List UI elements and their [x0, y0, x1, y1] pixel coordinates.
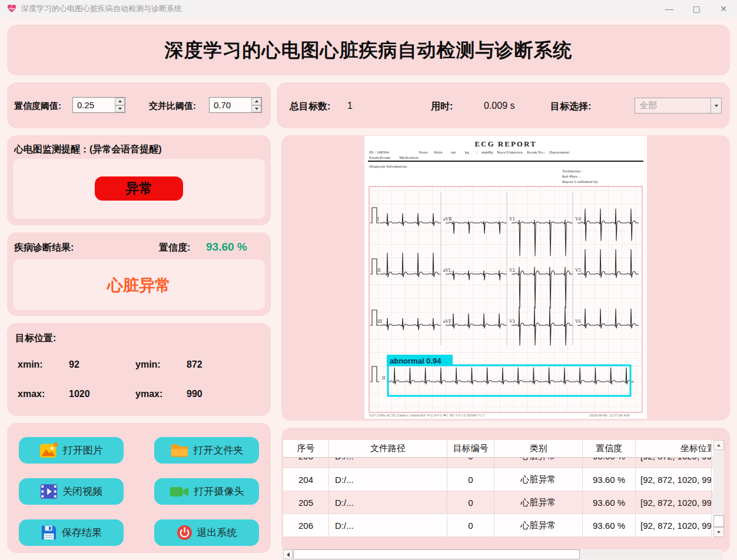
xmin-label: xmin:: [18, 359, 43, 370]
power-icon: [177, 525, 192, 541]
target-position-panel: 目标位置: xmin: 92 ymin: 872 xmax: 1020 ymax…: [7, 323, 271, 416]
image-icon: [39, 442, 58, 458]
iou-threshold-label: 交并比阈值:: [149, 101, 196, 112]
header-class: 类别: [494, 440, 583, 457]
confidence-threshold-spinbox: [72, 97, 125, 113]
header-filepath: 文件路径: [329, 440, 447, 457]
open-camera-button[interactable]: 打开摄像头: [154, 478, 259, 505]
open-folder-button[interactable]: 打开文件夹: [154, 437, 259, 464]
video-film-icon: [40, 484, 58, 499]
svg-text:V2: V2: [509, 268, 515, 273]
header-index: 序号: [283, 440, 329, 457]
abnormal-status-badge: 异常: [95, 176, 183, 201]
page-title: 深度学习的心电图心脏疾病自动检测与诊断系统: [7, 38, 730, 64]
svg-text:II: II: [382, 375, 386, 381]
total-targets-label: 总目标数:: [290, 101, 330, 113]
confidence-threshold-label: 置信度阈值:: [14, 101, 61, 112]
dropdown-arrow-icon[interactable]: [711, 98, 721, 113]
horizontal-scroll-thumb[interactable]: [293, 549, 580, 559]
window-title: 深度学习的心电图心脏疾病自动检测与诊断系统: [21, 4, 182, 14]
target-select-value: 全部: [635, 100, 711, 111]
horizontal-scrollbar[interactable]: [283, 549, 722, 559]
threshold-settings-panel: 置信度阈值: 交并比阈值:: [7, 82, 271, 128]
target-select-dropdown[interactable]: 全部: [635, 98, 722, 114]
table-row[interactable]: 204 D:/... 0 心脏异常 93.60 % [92, 872, 1020…: [283, 468, 722, 491]
folder-icon: [170, 443, 189, 458]
monitor-title: 心电图监测提醒：(异常会语音提醒): [14, 144, 162, 156]
title-bar: 深度学习的心电图心脏疾病自动检测与诊断系统 — ▢ ✕: [0, 0, 737, 18]
svg-text:II: II: [377, 268, 381, 273]
table-row-partial[interactable]: 203 D:/... 0 心脏异常 93.60 % [92, 872, 1020…: [283, 458, 722, 468]
ecg-display-panel: ECG REPORT ID : 168594 Years Male cm kg …: [281, 135, 730, 421]
header-coords: 坐标位置: [680, 443, 712, 454]
diagnosis-confidence-value: 93.60 %: [206, 241, 247, 254]
vertical-scrollbar[interactable]: [713, 440, 724, 537]
xmax-label: xmax:: [18, 389, 45, 399]
iou-spin-up-icon[interactable]: [251, 98, 261, 105]
svg-text:V6: V6: [575, 319, 581, 324]
stats-panel: 总目标数: 1 用时: 0.009 s 目标选择: 全部: [277, 82, 730, 128]
xmax-value: 1020: [69, 389, 90, 399]
ecg-footer-timestamp: 2020-08-06 12:57:06 AM: [589, 413, 629, 417]
table-row[interactable]: 205 D:/... 0 心脏异常 93.60 % [92, 872, 1020…: [283, 491, 722, 514]
ymin-label: ymin:: [135, 359, 161, 370]
diagnosis-panel: 疾病诊断结果: 置信度: 93.60 % 心脏异常: [7, 232, 271, 316]
elapsed-time-label: 用时:: [431, 101, 453, 113]
confidence-spin-down-icon[interactable]: [115, 105, 125, 113]
svg-text:I: I: [377, 216, 379, 222]
table-row[interactable]: 206 D:/... 0 心脏异常 93.60 % [92, 872, 1020…: [283, 514, 722, 537]
open-image-button[interactable]: 打开图片: [19, 437, 124, 464]
header-confidence: 置信度: [583, 440, 636, 457]
save-results-button[interactable]: 保存结果: [19, 519, 124, 546]
ecg-footer-left: 0.67-25Hz AC50 25mm/s 10mm/mV 4*2.5s+1r …: [369, 413, 485, 417]
svg-text:aVL: aVL: [443, 268, 452, 273]
total-targets-value: 1: [347, 101, 353, 111]
results-table: 序号 文件路径 目标编号 类别 置信度 坐标位置 203 D:/... 0 心脏…: [283, 440, 722, 537]
xmin-value: 92: [69, 359, 79, 370]
monitor-status-area: 异常: [13, 159, 265, 219]
close-video-button[interactable]: 关闭视频: [19, 478, 124, 505]
elapsed-time-value: 0.009 s: [484, 101, 514, 111]
svg-text:abnormal 0.94: abnormal 0.94: [390, 356, 441, 365]
header-target-id: 目标编号: [447, 440, 494, 457]
ymin-value: 872: [187, 359, 202, 370]
iou-threshold-spinbox: [209, 97, 262, 113]
app-logo-heart-icon: [7, 5, 16, 13]
ymax-value: 990: [187, 389, 202, 399]
svg-text:V1: V1: [509, 216, 515, 222]
scroll-up-icon[interactable]: [713, 440, 724, 450]
svg-text:aVF: aVF: [443, 319, 452, 324]
svg-text:V3: V3: [509, 319, 515, 324]
iou-spin-down-icon[interactable]: [251, 105, 261, 113]
action-buttons-panel: 打开图片 打开文件夹 关闭视频 打开摄像头: [7, 423, 271, 553]
target-select-label: 目标选择:: [550, 101, 591, 113]
diagnosis-result-area: 心脏异常: [13, 259, 265, 310]
svg-text:V4: V4: [575, 216, 581, 222]
table-header-row: 序号 文件路径 目标编号 类别 置信度 坐标位置: [283, 440, 722, 458]
results-table-panel: 序号 文件路径 目标编号 类别 置信度 坐标位置 203 D:/... 0 心脏…: [281, 428, 730, 553]
confidence-spin-up-icon[interactable]: [115, 98, 125, 105]
svg-text:III: III: [377, 319, 382, 324]
minimize-button[interactable]: —: [656, 0, 683, 18]
exit-system-button[interactable]: 退出系统: [154, 519, 259, 546]
save-floppy-icon: [41, 525, 57, 541]
scroll-left-icon[interactable]: [283, 549, 293, 559]
position-title: 目标位置:: [15, 332, 56, 345]
diagnosis-title: 疾病诊断结果:: [14, 242, 74, 254]
svg-text:aVR: aVR: [443, 216, 452, 222]
header-panel: 深度学习的心电图心脏疾病自动检测与诊断系统: [7, 25, 730, 75]
maximize-button[interactable]: ▢: [683, 0, 710, 18]
camera-icon: [170, 485, 190, 499]
ymax-label: ymax:: [135, 389, 162, 399]
ecg-waveform-svg: IaVRV1V4IIaVLV2V5IIIaVFV3V6IIabnormal 0.…: [364, 136, 647, 419]
svg-text:V5: V5: [575, 268, 581, 273]
diagnosis-result-text: 心脏异常: [13, 275, 265, 296]
scroll-down-icon[interactable]: [713, 527, 724, 537]
ecg-report-image: ECG REPORT ID : 168594 Years Male cm kg …: [364, 136, 647, 419]
ecg-monitor-panel: 心电图监测提醒：(异常会语音提醒) 异常: [7, 135, 271, 225]
diagnosis-confidence-label: 置信度:: [159, 242, 190, 254]
vertical-scroll-thumb[interactable]: [713, 515, 724, 527]
close-button[interactable]: ✕: [710, 0, 737, 18]
